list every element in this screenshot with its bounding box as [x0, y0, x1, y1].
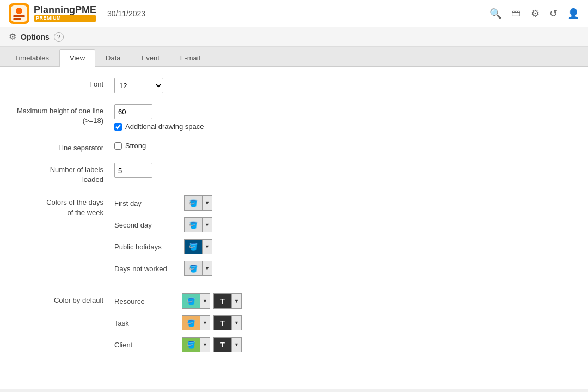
logo-name: PlanningPME	[34, 5, 96, 16]
second-day-dropdown[interactable]: ▼	[202, 218, 212, 232]
strong-checkbox[interactable]	[114, 142, 122, 150]
colors-week-label: Colors of the daysof the week	[16, 195, 114, 217]
public-holidays-row: Public holidays 🪣 ▼	[114, 239, 212, 254]
resource-text-btn[interactable]: T ▼	[213, 293, 242, 309]
logo-area: PlanningPME PREMIUM	[9, 3, 96, 24]
share-icon[interactable]: ↺	[549, 8, 558, 20]
second-day-color-btn[interactable]: 🪣 ▼	[184, 217, 212, 232]
client-bg-swatch: 🪣	[182, 338, 200, 352]
client-text-btn[interactable]: T ▼	[213, 337, 242, 352]
task-bg-icon: 🪣	[187, 319, 195, 327]
svg-point-2	[16, 8, 22, 14]
additional-drawing-label: Additional drawing space	[125, 122, 204, 131]
font-row: Font 10 11 12 13 14	[16, 78, 572, 93]
color-default-section: Color by default Resource 🪣 ▼ T ▼ Task	[16, 293, 572, 359]
line-separator-row: Line separator Strong	[16, 142, 572, 152]
task-text-btn[interactable]: T ▼	[213, 315, 242, 330]
strong-label: Strong	[125, 142, 146, 150]
client-text-dropdown[interactable]: ▼	[231, 338, 241, 352]
client-color-row: Client 🪣 ▼ T ▼	[114, 337, 242, 352]
first-day-swatch: 🪣	[185, 196, 202, 210]
task-color-row: Task 🪣 ▼ T ▼	[114, 315, 242, 330]
task-bg-dropdown[interactable]: ▼	[200, 316, 210, 330]
second-day-label: Second day	[114, 221, 180, 229]
logo-premium: PREMIUM	[34, 15, 96, 22]
first-day-row: First day 🪣 ▼	[114, 195, 212, 211]
first-day-color-btn[interactable]: 🪣 ▼	[184, 195, 212, 211]
search-icon[interactable]: 🔍	[489, 8, 501, 20]
days-not-worked-swatch-icon: 🪣	[189, 265, 198, 273]
colors-week-control: First day 🪣 ▼ Second day 🪣 ▼	[114, 195, 212, 283]
tab-timetables[interactable]: Timetables	[4, 49, 59, 66]
resource-bg-dropdown[interactable]: ▼	[200, 294, 210, 308]
days-not-worked-dropdown[interactable]: ▼	[202, 261, 212, 275]
additional-drawing-row: Additional drawing space	[114, 122, 204, 131]
second-day-swatch-icon: 🪣	[189, 221, 198, 229]
font-select[interactable]: 10 11 12 13 14	[114, 78, 163, 93]
first-day-dropdown[interactable]: ▼	[202, 196, 212, 210]
resource-bg-icon: 🪣	[187, 297, 195, 305]
days-not-worked-swatch: 🪣	[185, 261, 202, 275]
svg-rect-3	[13, 15, 25, 17]
resource-color-row: Resource 🪣 ▼ T ▼	[114, 293, 242, 309]
public-holidays-dropdown[interactable]: ▼	[202, 240, 212, 254]
user-icon[interactable]: 👤	[567, 8, 579, 20]
num-labels-label: Number of labelsloaded	[16, 163, 114, 185]
tab-event[interactable]: Event	[131, 49, 170, 66]
resource-bg-btn[interactable]: 🪣 ▼	[182, 293, 210, 309]
options-gear-icon: ⚙	[9, 32, 16, 42]
resource-text-dropdown[interactable]: ▼	[231, 294, 241, 308]
tab-bar: Timetables View Data Event E-mail	[0, 47, 588, 67]
days-not-worked-label: Days not worked	[114, 265, 180, 273]
database-icon[interactable]: 🗃	[511, 8, 521, 19]
tab-view[interactable]: View	[59, 49, 95, 67]
task-label: Task	[114, 319, 180, 327]
app-header: PlanningPME PREMIUM 30/11/2023 🔍 🗃 ⚙ ↺ 👤	[0, 0, 588, 27]
num-labels-input[interactable]	[114, 163, 152, 178]
tab-data[interactable]: Data	[95, 49, 131, 66]
tab-email[interactable]: E-mail	[170, 49, 211, 66]
content-area: Font 10 11 12 13 14 Maximum height of on…	[0, 67, 588, 389]
public-holidays-swatch: 🪣	[185, 240, 202, 254]
color-default-label: Color by default	[16, 293, 114, 305]
client-bg-btn[interactable]: 🪣 ▼	[182, 337, 210, 352]
first-day-label: First day	[114, 199, 180, 207]
header-icons: 🔍 🗃 ⚙ ↺ 👤	[489, 8, 579, 20]
font-label: Font	[16, 78, 114, 88]
options-title: Options	[21, 33, 50, 41]
second-day-row: Second day 🪣 ▼	[114, 217, 212, 232]
second-day-swatch: 🪣	[185, 218, 202, 232]
num-labels-row: Number of labelsloaded	[16, 163, 572, 185]
logo-text: PlanningPME PREMIUM	[34, 5, 96, 22]
color-default-control: Resource 🪣 ▼ T ▼ Task 🪣	[114, 293, 242, 359]
client-label: Client	[114, 341, 180, 349]
num-labels-control	[114, 163, 152, 178]
header-date: 30/11/2023	[107, 9, 489, 18]
help-button[interactable]: ?	[54, 32, 64, 42]
max-height-control: Additional drawing space	[114, 104, 204, 131]
settings-icon[interactable]: ⚙	[531, 8, 540, 20]
days-not-worked-row: Days not worked 🪣 ▼	[114, 261, 212, 276]
line-separator-label: Line separator	[16, 142, 114, 152]
first-day-swatch-icon: 🪣	[189, 199, 198, 207]
task-bg-swatch: 🪣	[182, 316, 200, 330]
options-bar: ⚙ Options ?	[0, 27, 588, 47]
max-height-input[interactable]	[114, 104, 152, 119]
task-bg-btn[interactable]: 🪣 ▼	[182, 315, 210, 330]
public-holidays-swatch-icon: 🪣	[189, 243, 198, 251]
public-holidays-color-btn[interactable]: 🪣 ▼	[184, 239, 212, 254]
strong-checkbox-row: Strong	[114, 142, 146, 150]
svg-rect-4	[13, 18, 21, 20]
resource-text-swatch: T	[214, 294, 231, 308]
client-bg-dropdown[interactable]: ▼	[200, 338, 210, 352]
colors-week-section: Colors of the daysof the week First day …	[16, 195, 572, 283]
client-text-swatch: T	[214, 338, 231, 352]
max-height-label: Maximum height of one line (>=18)	[16, 104, 114, 126]
line-separator-control: Strong	[114, 142, 146, 150]
days-not-worked-color-btn[interactable]: 🪣 ▼	[184, 261, 212, 276]
public-holidays-label: Public holidays	[114, 243, 180, 251]
additional-drawing-checkbox[interactable]	[114, 123, 122, 131]
task-text-swatch: T	[214, 316, 231, 330]
resource-label: Resource	[114, 297, 180, 305]
task-text-dropdown[interactable]: ▼	[231, 316, 241, 330]
